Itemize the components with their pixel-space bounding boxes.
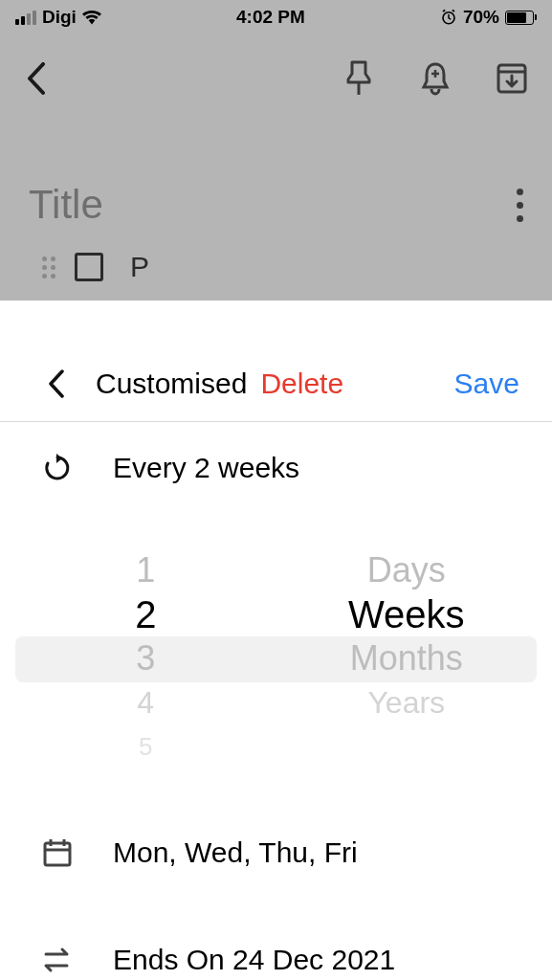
note-title-input[interactable]: Title bbox=[29, 182, 103, 228]
pin-icon bbox=[344, 60, 373, 97]
wifi-icon bbox=[82, 10, 101, 25]
repeat-icon bbox=[40, 451, 75, 485]
checklist-item[interactable]: P bbox=[0, 228, 552, 283]
battery-pct-label: 70% bbox=[463, 7, 499, 28]
calendar-icon bbox=[40, 835, 75, 870]
bell-plus-icon bbox=[420, 60, 451, 97]
picker-number-option[interactable]: 2 bbox=[135, 592, 156, 636]
repeat-frequency-row[interactable]: Every 2 weeks bbox=[0, 422, 552, 514]
clock-label: 4:02 PM bbox=[236, 7, 305, 28]
repeat-days-row[interactable]: Mon, Wed, Thu, Fri bbox=[0, 807, 552, 899]
delete-button[interactable]: Delete bbox=[260, 368, 343, 400]
picker-number-option[interactable]: 5 bbox=[139, 724, 152, 768]
checklist-item-text[interactable]: P bbox=[130, 251, 149, 283]
days-summary-label: Mon, Wed, Thu, Fri bbox=[113, 836, 358, 869]
save-button[interactable]: Save bbox=[454, 368, 519, 400]
picker-unit-option[interactable]: Years bbox=[367, 680, 445, 724]
picker-number-option[interactable]: 4 bbox=[137, 680, 154, 724]
drag-handle-icon[interactable] bbox=[42, 256, 55, 278]
number-picker-column[interactable]: 1 2 3 4 5 bbox=[15, 548, 276, 768]
status-bar: Digi 4:02 PM 70% bbox=[0, 0, 552, 34]
picker-number-option[interactable]: 3 bbox=[136, 636, 155, 680]
battery-icon bbox=[505, 11, 537, 25]
interval-picker[interactable]: 1 2 3 4 5 Days Weeks Months Years bbox=[15, 548, 537, 768]
repeat-end-row[interactable]: Ends On 24 Dec 2021 bbox=[0, 899, 552, 980]
carrier-label: Digi bbox=[42, 7, 77, 28]
more-button[interactable] bbox=[517, 189, 523, 222]
checkbox[interactable] bbox=[75, 253, 103, 281]
alarm-icon bbox=[440, 9, 457, 26]
back-button[interactable] bbox=[19, 61, 54, 96]
reminder-button[interactable] bbox=[418, 61, 453, 96]
sheet-title: Customised bbox=[96, 368, 247, 400]
picker-unit-option[interactable]: Weeks bbox=[348, 592, 465, 636]
pin-button[interactable] bbox=[342, 61, 376, 96]
unit-picker-column[interactable]: Days Weeks Months Years bbox=[276, 548, 538, 768]
picker-unit-option[interactable]: Months bbox=[350, 636, 463, 680]
chevron-left-icon bbox=[48, 369, 65, 398]
signal-icon bbox=[15, 11, 36, 25]
repeat-summary-label: Every 2 weeks bbox=[113, 452, 299, 484]
picker-unit-option[interactable]: Days bbox=[367, 548, 446, 592]
ends-summary-label: Ends On 24 Dec 2021 bbox=[113, 944, 395, 976]
repeat-settings-sheet: Customised Delete Save Every 2 weeks 1 2… bbox=[0, 301, 552, 980]
sheet-back-button[interactable] bbox=[48, 369, 65, 398]
archive-icon bbox=[496, 62, 528, 95]
repeat-arrows-icon bbox=[40, 943, 75, 977]
chevron-left-icon bbox=[26, 62, 47, 95]
picker-number-option[interactable]: 1 bbox=[136, 548, 155, 592]
svg-rect-2 bbox=[45, 843, 70, 865]
archive-button[interactable] bbox=[495, 61, 529, 96]
